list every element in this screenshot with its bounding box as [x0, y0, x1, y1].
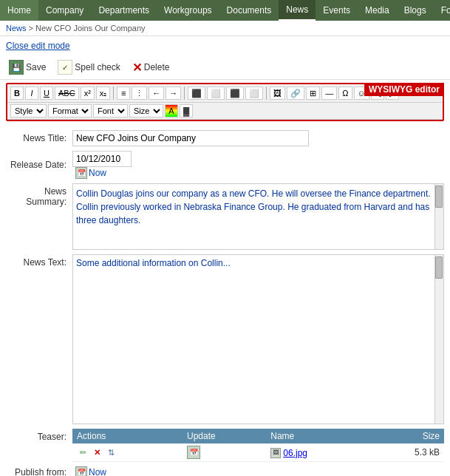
news-text-label: News Text:	[6, 254, 72, 424]
wysiwyg-sep2	[184, 86, 185, 100]
newstext-scrollbar[interactable]	[434, 255, 443, 424]
publish-from-now-link[interactable]: 📅 Now	[75, 466, 106, 476]
file-table: Actions Update Name Size ✏ ✕ ⇅	[72, 429, 444, 462]
wysiwyg-align-justify[interactable]: ⬜	[245, 86, 263, 100]
release-date-input[interactable]	[72, 151, 132, 167]
file-icon-wrapper: 🖼 06.jpg	[270, 448, 307, 458]
now-label: Now	[89, 168, 106, 178]
nav-bar: Home Company Departments Workgroups Docu…	[0, 0, 450, 21]
spellcheck-label: Spell check	[75, 62, 120, 72]
news-title-field	[72, 130, 444, 146]
teaser-label: Teaser:	[6, 429, 72, 462]
main-toolbar: 💾 Save ✓ Spell check ✕ Delete	[0, 55, 450, 80]
nav-events[interactable]: Events	[316, 0, 358, 21]
release-date-row: Release Date: 📅 Now	[6, 151, 444, 179]
wysiwyg-align-center[interactable]: ⬜	[207, 86, 225, 100]
wysiwyg-bg-color[interactable]: ▓	[180, 104, 193, 118]
wysiwyg-indent[interactable]: →	[166, 86, 181, 100]
wysiwyg-insert-line[interactable]: —	[321, 86, 337, 100]
news-text-content: Some additional information on Collin...	[73, 255, 443, 271]
wysiwyg-label: WYSIWYG editor	[364, 83, 444, 96]
publish-from-now-icon: 📅	[75, 466, 87, 476]
nav-forums[interactable]: Forums	[434, 0, 450, 21]
now-icon: 📅	[75, 167, 87, 179]
wysiwyg-outdent[interactable]: ←	[149, 86, 164, 100]
news-title-row: News Title:	[6, 130, 444, 146]
news-summary-row: News Summary: Collin Douglas joins our c…	[6, 183, 444, 250]
news-summary-content: Collin Douglas joins our company as a ne…	[73, 184, 443, 230]
spell-check-button[interactable]: ✓ Spell check	[55, 58, 123, 76]
publish-from-row: Publish from: 📅 Now	[6, 466, 444, 476]
summary-text: Collin Douglas joins our company as a ne…	[76, 188, 431, 225]
col-update: Update	[183, 429, 266, 443]
wysiwyg-fg-color[interactable]: A	[165, 104, 178, 118]
spellcheck-icon: ✓	[58, 60, 72, 75]
wysiwyg-strikethrough[interactable]: ABC	[55, 86, 79, 100]
wysiwyg-selects-row: Style Format Font Size A ▓	[7, 103, 443, 120]
wysiwyg-sep3	[266, 86, 267, 100]
teaser-content: Actions Update Name Size ✏ ✕ ⇅	[72, 429, 444, 462]
wysiwyg-size-select[interactable]: Size	[129, 104, 163, 118]
wysiwyg-bold[interactable]: B	[10, 86, 24, 100]
news-text-row: News Text: Some additional information o…	[6, 254, 444, 424]
nav-media[interactable]: Media	[358, 0, 397, 21]
wysiwyg-insert-table[interactable]: ⊞	[306, 86, 320, 100]
img-file-icon: 🖼	[270, 448, 281, 458]
nav-blogs[interactable]: Blogs	[397, 0, 434, 21]
wysiwyg-align-right[interactable]: ⬛	[226, 86, 244, 100]
wysiwyg-subscript[interactable]: x₂	[96, 86, 111, 100]
col-size: Size	[368, 429, 444, 443]
wysiwyg-superscript[interactable]: x²	[81, 86, 95, 100]
wysiwyg-font-select[interactable]: Font	[93, 104, 128, 118]
breadcrumb-separator: >	[27, 24, 36, 33]
wysiwyg-format-select[interactable]: Format	[48, 104, 92, 118]
nav-departments[interactable]: Departments	[91, 0, 157, 21]
edit-action-icon[interactable]: ✏	[77, 446, 89, 458]
wysiwyg-underline[interactable]: U	[40, 86, 53, 100]
wysiwyg-sep1	[113, 86, 114, 100]
wysiwyg-insert-image[interactable]: 🖼	[270, 86, 285, 100]
wysiwyg-align-left[interactable]: ⬛	[188, 86, 205, 100]
wysiwyg-unordered-list[interactable]: ≡	[117, 86, 130, 100]
now-link[interactable]: 📅 Now	[75, 167, 444, 179]
file-link[interactable]: 06.jpg	[283, 448, 307, 458]
nav-home[interactable]: Home	[0, 0, 38, 21]
col-name: Name	[266, 429, 368, 443]
file-name: 🖼 06.jpg	[266, 443, 368, 462]
news-title-input[interactable]	[72, 130, 309, 146]
delete-action-icon[interactable]: ✕	[91, 446, 103, 458]
teaser-row: Teaser: Actions Update Name Size ✏ ✕	[6, 429, 444, 462]
wysiwyg-insert-char[interactable]: Ω	[338, 86, 352, 100]
save-icon: 💾	[9, 60, 24, 75]
delete-icon: ✕	[132, 61, 142, 75]
save-button[interactable]: 💾 Save	[6, 58, 49, 76]
wysiwyg-italic[interactable]: I	[25, 86, 38, 100]
news-title-label: News Title:	[6, 133, 72, 143]
news-text-value: Some additional information on Collin...	[76, 258, 231, 268]
nav-news[interactable]: News	[279, 0, 316, 21]
move-action-icon[interactable]: ⇅	[106, 446, 117, 458]
news-summary-textarea-wrapper: Collin Douglas joins our company as a ne…	[72, 183, 444, 250]
wysiwyg-ordered-list[interactable]: ⋮	[132, 86, 147, 100]
form-area: News Title: Release Date: 📅 Now News Sum…	[0, 124, 450, 476]
breadcrumb-news-link[interactable]: News	[6, 24, 27, 33]
file-size: 5.3 kB	[368, 443, 444, 462]
publish-from-now-label: Now	[89, 467, 106, 476]
wysiwyg-insert-link[interactable]: 🔗	[287, 86, 304, 100]
newstext-scrollbar-thumb	[435, 256, 443, 279]
news-text-wrapper: Some additional information on Collin...	[72, 254, 444, 424]
table-row: ✏ ✕ ⇅ 📅 🖼 06.jpg	[72, 443, 444, 462]
news-summary-wrapper: Collin Douglas joins our company as a ne…	[72, 183, 444, 250]
summary-scrollbar[interactable]	[434, 184, 443, 249]
nav-documents[interactable]: Documents	[219, 0, 279, 21]
wysiwyg-editor: WYSIWYG editor B I U ABC x² x₂ ≡ ⋮ ← → ⬛…	[6, 83, 444, 121]
save-label: Save	[26, 62, 46, 72]
delete-button[interactable]: ✕ Delete	[129, 59, 173, 76]
breadcrumb: News > New CFO Joins Our Company	[0, 21, 450, 36]
release-date-label: Release Date:	[6, 160, 72, 170]
nav-company[interactable]: Company	[38, 0, 91, 21]
wysiwyg-style-select[interactable]: Style	[10, 104, 47, 118]
close-edit-mode-link[interactable]: Close edit mode	[6, 41, 70, 51]
nav-workgroups[interactable]: Workgroups	[157, 0, 219, 21]
top-navigation: Home Company Departments Workgroups Docu…	[0, 0, 450, 21]
